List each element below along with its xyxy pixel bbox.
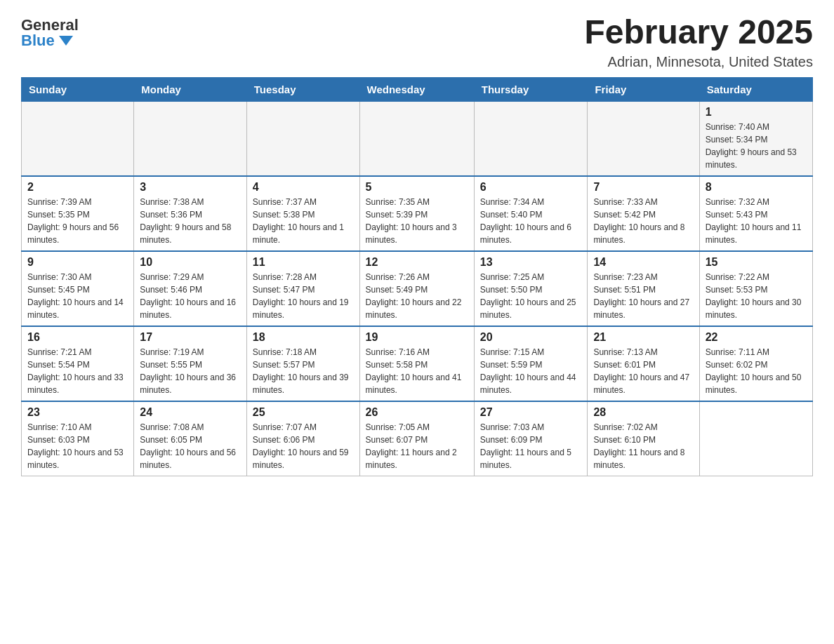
header-friday: Friday: [588, 77, 699, 101]
calendar-cell: 23Sunrise: 7:10 AMSunset: 6:03 PMDayligh…: [22, 401, 134, 476]
calendar-cell: 24Sunrise: 7:08 AMSunset: 6:05 PMDayligh…: [134, 401, 247, 476]
header-tuesday: Tuesday: [246, 77, 359, 101]
calendar-cell: 15Sunrise: 7:22 AMSunset: 5:53 PMDayligh…: [699, 251, 812, 326]
calendar-cell: [359, 101, 474, 176]
day-info: Sunrise: 7:40 AMSunset: 5:34 PMDaylight:…: [706, 121, 807, 171]
day-number: 21: [593, 331, 693, 344]
day-info: Sunrise: 7:13 AMSunset: 6:01 PMDaylight:…: [593, 346, 693, 396]
day-info: Sunrise: 7:28 AMSunset: 5:47 PMDaylight:…: [253, 271, 354, 321]
header-monday: Monday: [134, 77, 247, 101]
day-info: Sunrise: 7:08 AMSunset: 6:05 PMDaylight:…: [140, 421, 241, 471]
day-info: Sunrise: 7:34 AMSunset: 5:40 PMDaylight:…: [480, 196, 582, 246]
day-number: 27: [480, 406, 582, 419]
header-sunday: Sunday: [22, 77, 134, 101]
calendar-cell: 19Sunrise: 7:16 AMSunset: 5:58 PMDayligh…: [359, 326, 474, 401]
day-number: 3: [140, 181, 241, 194]
calendar-cell: [474, 101, 588, 176]
day-number: 15: [706, 256, 807, 269]
day-number: 24: [140, 406, 241, 419]
day-number: 8: [706, 181, 807, 194]
calendar-cell: 11Sunrise: 7:28 AMSunset: 5:47 PMDayligh…: [246, 251, 359, 326]
calendar-week-row: 1Sunrise: 7:40 AMSunset: 5:34 PMDaylight…: [22, 101, 813, 176]
day-number: 19: [366, 331, 468, 344]
day-info: Sunrise: 7:35 AMSunset: 5:39 PMDaylight:…: [366, 196, 468, 246]
day-number: 5: [366, 181, 468, 194]
day-info: Sunrise: 7:15 AMSunset: 5:59 PMDaylight:…: [480, 346, 582, 396]
day-number: 13: [480, 256, 582, 269]
day-number: 17: [140, 331, 241, 344]
calendar-cell: 9Sunrise: 7:30 AMSunset: 5:45 PMDaylight…: [22, 251, 134, 326]
calendar-cell: 4Sunrise: 7:37 AMSunset: 5:38 PMDaylight…: [246, 176, 359, 251]
day-number: 25: [253, 406, 354, 419]
day-number: 7: [593, 181, 693, 194]
calendar-cell: 17Sunrise: 7:19 AMSunset: 5:55 PMDayligh…: [134, 326, 247, 401]
calendar-cell: 28Sunrise: 7:02 AMSunset: 6:10 PMDayligh…: [588, 401, 699, 476]
calendar-cell: 18Sunrise: 7:18 AMSunset: 5:57 PMDayligh…: [246, 326, 359, 401]
calendar-cell: 14Sunrise: 7:23 AMSunset: 5:51 PMDayligh…: [588, 251, 699, 326]
calendar-cell: 26Sunrise: 7:05 AMSunset: 6:07 PMDayligh…: [359, 401, 474, 476]
calendar-cell: 6Sunrise: 7:34 AMSunset: 5:40 PMDaylight…: [474, 176, 588, 251]
day-number: 4: [253, 181, 354, 194]
day-number: 20: [480, 331, 582, 344]
day-info: Sunrise: 7:37 AMSunset: 5:38 PMDaylight:…: [253, 196, 354, 246]
calendar-week-row: 2Sunrise: 7:39 AMSunset: 5:35 PMDaylight…: [22, 176, 813, 251]
day-info: Sunrise: 7:07 AMSunset: 6:06 PMDaylight:…: [253, 421, 354, 471]
day-number: 28: [593, 406, 693, 419]
day-number: 22: [706, 331, 807, 344]
day-info: Sunrise: 7:19 AMSunset: 5:55 PMDaylight:…: [140, 346, 241, 396]
day-info: Sunrise: 7:29 AMSunset: 5:46 PMDaylight:…: [140, 271, 241, 321]
calendar-cell: 20Sunrise: 7:15 AMSunset: 5:59 PMDayligh…: [474, 326, 588, 401]
calendar-cell: [588, 101, 699, 176]
day-number: 2: [27, 181, 128, 194]
day-number: 1: [706, 106, 807, 119]
day-info: Sunrise: 7:21 AMSunset: 5:54 PMDaylight:…: [27, 346, 128, 396]
calendar-cell: 10Sunrise: 7:29 AMSunset: 5:46 PMDayligh…: [134, 251, 247, 326]
location-subtitle: Adrian, Minnesota, United States: [584, 54, 813, 70]
day-info: Sunrise: 7:22 AMSunset: 5:53 PMDaylight:…: [706, 271, 807, 321]
calendar-cell: 25Sunrise: 7:07 AMSunset: 6:06 PMDayligh…: [246, 401, 359, 476]
day-info: Sunrise: 7:32 AMSunset: 5:43 PMDaylight:…: [706, 196, 807, 246]
day-number: 6: [480, 181, 582, 194]
calendar-cell: 27Sunrise: 7:03 AMSunset: 6:09 PMDayligh…: [474, 401, 588, 476]
day-number: 18: [253, 331, 354, 344]
day-info: Sunrise: 7:39 AMSunset: 5:35 PMDaylight:…: [27, 196, 128, 246]
day-info: Sunrise: 7:23 AMSunset: 5:51 PMDaylight:…: [593, 271, 693, 321]
day-number: 16: [27, 331, 128, 344]
logo-general-text: General: [21, 18, 79, 33]
day-info: Sunrise: 7:26 AMSunset: 5:49 PMDaylight:…: [366, 271, 468, 321]
day-number: 12: [366, 256, 468, 269]
day-number: 10: [140, 256, 241, 269]
day-info: Sunrise: 7:10 AMSunset: 6:03 PMDaylight:…: [27, 421, 128, 471]
day-info: Sunrise: 7:16 AMSunset: 5:58 PMDaylight:…: [366, 346, 468, 396]
page-header: General Blue February 2025 Adrian, Minne…: [21, 14, 813, 70]
day-info: Sunrise: 7:30 AMSunset: 5:45 PMDaylight:…: [27, 271, 128, 321]
day-number: 9: [27, 256, 128, 269]
day-info: Sunrise: 7:11 AMSunset: 6:02 PMDaylight:…: [706, 346, 807, 396]
calendar-cell: [246, 101, 359, 176]
calendar-cell: 5Sunrise: 7:35 AMSunset: 5:39 PMDaylight…: [359, 176, 474, 251]
day-info: Sunrise: 7:05 AMSunset: 6:07 PMDaylight:…: [366, 421, 468, 471]
calendar-cell: [22, 101, 134, 176]
calendar-cell: 3Sunrise: 7:38 AMSunset: 5:36 PMDaylight…: [134, 176, 247, 251]
day-number: 23: [27, 406, 128, 419]
month-title: February 2025: [584, 14, 813, 51]
header-wednesday: Wednesday: [359, 77, 474, 101]
day-number: 14: [593, 256, 693, 269]
day-number: 26: [366, 406, 468, 419]
header-saturday: Saturday: [699, 77, 812, 101]
day-info: Sunrise: 7:25 AMSunset: 5:50 PMDaylight:…: [480, 271, 582, 321]
calendar-cell: [134, 101, 247, 176]
calendar-cell: 7Sunrise: 7:33 AMSunset: 5:42 PMDaylight…: [588, 176, 699, 251]
header-thursday: Thursday: [474, 77, 588, 101]
calendar-cell: 12Sunrise: 7:26 AMSunset: 5:49 PMDayligh…: [359, 251, 474, 326]
calendar-cell: 13Sunrise: 7:25 AMSunset: 5:50 PMDayligh…: [474, 251, 588, 326]
day-info: Sunrise: 7:18 AMSunset: 5:57 PMDaylight:…: [253, 346, 354, 396]
day-number: 11: [253, 256, 354, 269]
calendar-cell: 8Sunrise: 7:32 AMSunset: 5:43 PMDaylight…: [699, 176, 812, 251]
calendar-week-row: 23Sunrise: 7:10 AMSunset: 6:03 PMDayligh…: [22, 401, 813, 476]
logo: General Blue: [21, 14, 79, 48]
logo-triangle-icon: [59, 36, 73, 46]
day-info: Sunrise: 7:03 AMSunset: 6:09 PMDaylight:…: [480, 421, 582, 471]
calendar-week-row: 9Sunrise: 7:30 AMSunset: 5:45 PMDaylight…: [22, 251, 813, 326]
weekday-header-row: Sunday Monday Tuesday Wednesday Thursday…: [22, 77, 813, 101]
